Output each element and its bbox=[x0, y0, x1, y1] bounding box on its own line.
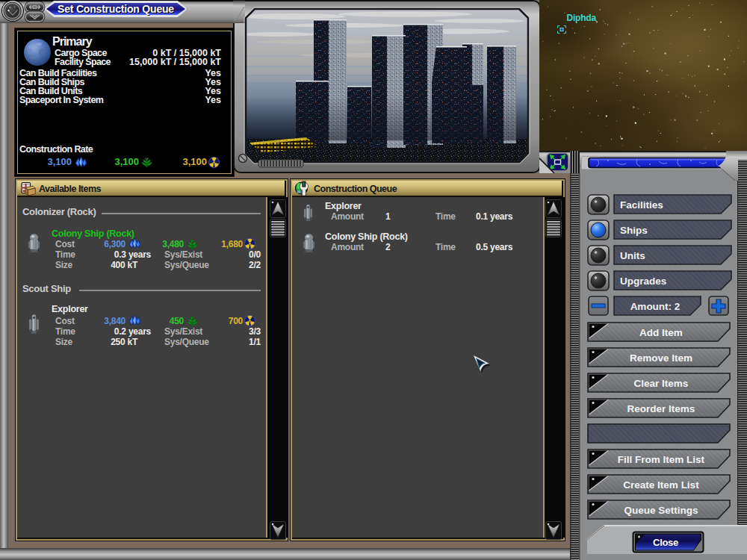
svg-text:Units: Units bbox=[620, 250, 645, 261]
svg-text:Diphda: Diphda bbox=[567, 13, 597, 23]
svg-text:Facilities: Facilities bbox=[620, 199, 663, 211]
svg-text:Fill From Item List: Fill From Item List bbox=[618, 454, 705, 465]
svg-text:Amount: 2: Amount: 2 bbox=[630, 301, 681, 312]
svg-text:Add Item: Add Item bbox=[639, 327, 683, 338]
svg-text:Upgrades: Upgrades bbox=[620, 276, 666, 287]
svg-text:Reorder Items: Reorder Items bbox=[627, 403, 695, 414]
svg-text:Queue Settings: Queue Settings bbox=[624, 505, 698, 516]
svg-text:Remove Item: Remove Item bbox=[630, 352, 692, 364]
svg-text:Ships: Ships bbox=[620, 225, 648, 236]
svg-text:Clear Items: Clear Items bbox=[634, 378, 689, 389]
svg-text:Close: Close bbox=[653, 537, 678, 548]
svg-text:Create Item List: Create Item List bbox=[623, 479, 699, 491]
